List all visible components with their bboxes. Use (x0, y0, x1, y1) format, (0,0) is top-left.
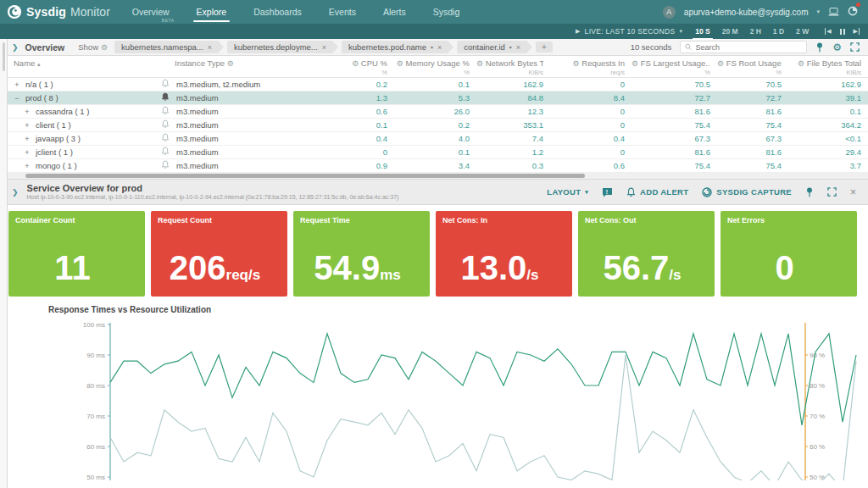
nav-item-dashboards[interactable]: Dashboards (240, 0, 315, 24)
nav-item-events[interactable]: Events (315, 0, 370, 24)
notifications-icon[interactable] (848, 4, 858, 19)
alert-bell-icon[interactable] (161, 119, 170, 130)
metric-card-request-count[interactable]: Request Count206req/s (151, 211, 287, 297)
column-gear-icon[interactable]: ⚙ (573, 59, 580, 68)
user-menu-chevron-icon[interactable]: ▾ (816, 8, 820, 15)
chip-remove-icon[interactable]: × (516, 43, 520, 52)
table-row[interactable]: +jclient ( 1 )m3.medium00.11.2081.681.62… (0, 146, 868, 159)
feedback-icon[interactable]: ! (602, 187, 613, 197)
alert-bell-icon[interactable] (161, 147, 170, 158)
column-gear-icon[interactable]: ⚙ (352, 59, 359, 68)
skip-forward-button[interactable]: ▶ (854, 28, 860, 35)
chip-label: container.id (464, 42, 505, 52)
agent-install-icon[interactable] (828, 8, 839, 16)
column-header-instance-type[interactable]: Instance Type ⚙ (161, 56, 352, 78)
user-email[interactable]: apurva+demo-kube@sysdig.com (684, 8, 809, 17)
panel-pin-icon[interactable] (805, 187, 814, 197)
column-header-name[interactable]: Name ▴ (0, 56, 161, 78)
table-row[interactable]: +client ( 1 )m3.medium0.10.2353.1075.475… (0, 119, 868, 132)
skip-back-button[interactable]: ◀ (825, 28, 831, 35)
instance-type: m3.medium (161, 119, 345, 130)
alert-bell-icon[interactable] (161, 79, 170, 90)
time-range-2w[interactable]: 2 W (795, 25, 810, 37)
metric-card-net-errors[interactable]: Net Errors0 (721, 211, 857, 297)
response-times-chart[interactable]: 100 ms90 ms80 ms70 ms60 ms50 ms90 %80 %7… (0, 321, 868, 484)
collapse-icon[interactable]: − (14, 94, 20, 103)
interval-select[interactable]: 10 seconds (631, 42, 672, 52)
expand-icon[interactable]: + (24, 135, 31, 143)
add-alert-button[interactable]: ADD ALERT (626, 187, 688, 197)
nav-item-alerts[interactable]: Alerts (370, 0, 420, 24)
nav-item-sysdig[interactable]: Sysdig (420, 0, 474, 24)
column-header-cpu-[interactable]: ⚙ CPU %% (352, 56, 394, 78)
grouping-chip[interactable]: kubernetes.namespa...× (114, 41, 224, 53)
user-avatar[interactable]: A (663, 6, 676, 19)
table-row[interactable]: +cassandra ( 1 )m3.medium0.626.012.3081.… (0, 105, 868, 119)
add-grouping-button[interactable]: + (536, 42, 553, 53)
metric-card-net-cons-out[interactable]: Net Cons: Out56.7/s (578, 211, 715, 297)
chip-remove-icon[interactable]: × (322, 43, 326, 52)
column-gear-icon[interactable]: ⚙ (476, 59, 483, 68)
left-rail-scrollbar[interactable] (0, 39, 8, 488)
layout-button[interactable]: LAYOUT ▾ (547, 187, 588, 197)
nav-item-explore[interactable]: Explore (183, 0, 241, 24)
table-row[interactable]: +n/a ( 1 )m3.medium, t2.medium0.20.1162.… (0, 78, 868, 92)
nav-item-overview[interactable]: OverviewBETA (119, 0, 183, 24)
table-row[interactable]: +javaapp ( 3 )m3.medium0.44.07.40.467.36… (0, 132, 868, 146)
alert-bell-icon[interactable] (161, 92, 170, 103)
column-header-fs-root-usage-[interactable]: ⚙ FS Root Usage %% (717, 56, 788, 78)
expand-icon[interactable]: + (24, 162, 31, 170)
column-header-requests-in[interactable]: ⚙ Requests Inreq/s (550, 56, 632, 78)
brand[interactable]: Sysdig Monitor (0, 4, 119, 19)
metric-card-net-cons-in[interactable]: Net Cons: In13.0/s (436, 211, 572, 297)
time-range-20m[interactable]: 20 M (721, 25, 739, 37)
expand-icon[interactable]: + (24, 108, 31, 116)
table-row[interactable]: −prod ( 8 )m3.medium1.35.384.88.472.772.… (0, 92, 868, 105)
live-range-button[interactable]: ▶ LIVE: LAST 10 SECONDS ▾ (576, 27, 682, 36)
time-range-1d[interactable]: 1 D (772, 25, 785, 37)
series-response-time-ms (110, 334, 856, 425)
panel-collapse-chevron-icon[interactable]: ❯ (12, 188, 19, 197)
column-gear-icon[interactable]: ⚙ (227, 59, 234, 68)
metric-card-request-time[interactable]: Request Time54.9ms (293, 211, 430, 297)
panel-expand-icon[interactable] (827, 187, 837, 197)
column-header-fs-largest-usage-[interactable]: ⚙ FS Largest Usage...% (632, 56, 717, 78)
column-gear-icon[interactable]: ⚙ (717, 59, 724, 68)
search-box[interactable] (680, 41, 807, 53)
column-header-file-bytes-total[interactable]: ⚙ File Bytes TotalKiB/s (788, 56, 868, 78)
column-gear-icon[interactable]: ⚙ (397, 59, 403, 68)
column-header-memory-usage-[interactable]: ⚙ Memory Usage %% (394, 56, 476, 78)
alert-bell-icon[interactable] (161, 160, 170, 171)
time-range-2h[interactable]: 2 H (749, 25, 762, 37)
grouping-chip[interactable]: kubernetes.deployme...× (227, 41, 338, 53)
chip-remove-icon[interactable]: × (208, 43, 212, 52)
chip-remove-icon[interactable]: × (437, 43, 442, 52)
table-row[interactable]: +mongo ( 1 )m3.medium0.93.40.30.675.475.… (0, 159, 868, 173)
expand-icon[interactable] (850, 42, 860, 52)
time-range-10s[interactable]: 10 S (694, 25, 711, 37)
show-button[interactable]: Show ⚙ (78, 42, 108, 52)
column-gear-icon[interactable]: ⚙ (798, 59, 804, 68)
grouping-chip[interactable]: kubernetes.pod.name▾× (342, 41, 453, 53)
entity-label: jclient ( 1 ) (36, 147, 73, 157)
column-header-network-bytes-to-[interactable]: ⚙ Network Bytes To...KiB/s (476, 56, 550, 78)
metric-card-container-count[interactable]: Container Count11 (8, 211, 145, 297)
sysdig-capture-button[interactable]: SYSDIG CAPTURE (702, 187, 792, 197)
alert-bell-icon[interactable] (161, 106, 170, 117)
settings-gear-icon[interactable]: ⚙ (832, 42, 842, 53)
expand-icon[interactable]: + (14, 80, 20, 89)
overview-collapse-chevron-icon[interactable]: ❯ (12, 43, 19, 52)
pin-icon[interactable] (815, 42, 824, 53)
pause-button[interactable] (840, 29, 845, 35)
metric-value: 72.7 (632, 92, 717, 105)
column-gear-icon[interactable]: ⚙ (632, 59, 638, 68)
grouping-chip[interactable]: container.id▾× (457, 41, 532, 53)
search-input[interactable] (695, 43, 802, 52)
metric-value: 84.8 (476, 92, 550, 105)
expand-icon[interactable]: + (24, 148, 31, 157)
panel-close-icon[interactable]: × (850, 186, 856, 198)
alert-bell-icon[interactable] (161, 133, 170, 144)
scrollbar-thumb[interactable] (25, 174, 585, 178)
expand-icon[interactable]: + (24, 121, 31, 130)
table-horizontal-scrollbar[interactable] (0, 173, 868, 179)
